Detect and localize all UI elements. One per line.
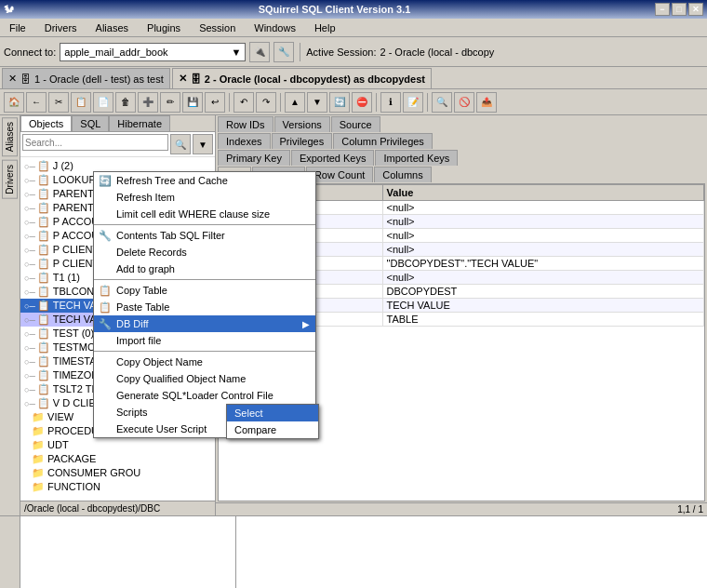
tab-indexes[interactable]: Indexes <box>218 133 271 149</box>
session-tab-2[interactable]: ✕ 🗄 2 - Oracle (local - dbcopydest) as d… <box>172 68 432 88</box>
ctx-add-graph[interactable]: Add to graph <box>94 261 315 277</box>
sidebar-aliases[interactable]: Aliases <box>2 117 18 156</box>
context-menu: 🔄 Refresh Tree and Cache Refresh Item Li… <box>93 171 316 438</box>
tb-info[interactable]: ℹ <box>380 92 401 113</box>
connect-label: Connect to: <box>4 47 56 58</box>
tb-edit[interactable]: ✏ <box>160 92 180 113</box>
tb-up[interactable]: ▲ <box>285 92 305 113</box>
tree-item-function[interactable]: 📁 FUNCTION <box>20 480 215 494</box>
refresh-tree-icon: 🔄 <box>98 174 113 187</box>
tree-item-consumer[interactable]: 📁 CONSUMER GROU <box>20 466 215 480</box>
right-tabs-row2: Indexes Privileges Column Privileges <box>216 132 707 149</box>
tab-colprivileges[interactable]: Column Privileges <box>333 133 433 149</box>
tb-delete[interactable]: 🗑 <box>115 92 136 113</box>
window-controls[interactable]: − □ ✕ <box>655 3 703 16</box>
ctx-delete-records[interactable]: Delete Records <box>94 244 315 261</box>
left-sidebar: Aliases Drivers <box>0 115 20 515</box>
app-icon: 🐿 <box>4 4 14 15</box>
prop-value: TABLE <box>382 313 703 327</box>
tab-hibernate[interactable]: Hibernate <box>109 115 170 131</box>
tb-script[interactable]: 📝 <box>403 92 423 113</box>
submenu-select[interactable]: Select <box>227 405 318 421</box>
tab-exportedkeys[interactable]: Exported Keys <box>291 150 375 166</box>
tb-copy[interactable]: 📋 <box>71 92 91 113</box>
tb-filter[interactable]: 🔍 <box>432 92 452 113</box>
tab-importedkeys[interactable]: Imported Keys <box>375 150 458 166</box>
tb-undo[interactable]: ↶ <box>233 92 254 113</box>
search-button[interactable]: 🔍 <box>170 134 191 154</box>
ctx-copy-obj-name[interactable]: Copy Object Name <box>94 354 315 370</box>
tb-clear[interactable]: 🚫 <box>454 92 474 113</box>
tree-search-input[interactable] <box>22 134 168 151</box>
sidebar-drivers[interactable]: Drivers <box>2 160 18 199</box>
menu-session[interactable]: Session <box>193 20 241 35</box>
tb-refresh[interactable]: 🔄 <box>329 92 350 113</box>
prop-value: <null> <box>382 215 703 229</box>
menu-bar: File Drivers Aliases Plugins Session Win… <box>0 19 707 37</box>
tree-item-package[interactable]: 📁 PACKAGE <box>20 452 215 466</box>
filter-button[interactable]: ▼ <box>193 134 213 154</box>
tb-paste[interactable]: 📄 <box>93 92 113 113</box>
session-tab-1[interactable]: ✕ 🗄 1 - Oracle (dell - test) as test <box>2 68 170 88</box>
bottom-left-panel <box>20 516 236 588</box>
tab-source[interactable]: Source <box>331 116 380 132</box>
col-value: Value <box>382 185 703 201</box>
close-button[interactable]: ✕ <box>688 3 703 16</box>
ctx-limit-cell[interactable]: Limit cell edit WHERE clause size <box>94 206 315 222</box>
filter-icon: 🔧 <box>98 229 113 242</box>
ctx-refresh-item[interactable]: Refresh Item <box>94 189 315 206</box>
secondary-toolbar: 🏠 ← ✂ 📋 📄 🗑 ➕ ✏ 💾 ↩ ↶ ↷ ▲ ▼ 🔄 ⛔ ℹ 📝 🔍 🚫 … <box>0 89 707 115</box>
ctx-copy-table[interactable]: 📋 Copy Table <box>94 282 315 299</box>
ctx-db-diff[interactable]: 🔧 DB Diff ▶ <box>94 315 315 332</box>
sep-2 <box>229 93 230 112</box>
tab-primarykey[interactable]: Primary Key <box>218 150 290 166</box>
tb-cut[interactable]: ✂ <box>48 92 69 113</box>
tb-down[interactable]: ▼ <box>307 92 327 113</box>
ctx-sep-2 <box>94 279 315 280</box>
db-diff-submenu: Select Compare <box>226 404 319 439</box>
submenu-compare[interactable]: Compare <box>227 421 318 438</box>
ctx-copy-qualified[interactable]: Copy Qualified Object Name <box>94 370 315 387</box>
tree-item-udt[interactable]: 📁 UDT <box>20 438 215 452</box>
tree-search-bar: 🔍 ▼ <box>20 132 215 157</box>
menu-plugins[interactable]: Plugins <box>141 20 186 35</box>
menu-file[interactable]: File <box>4 20 32 35</box>
tb-add[interactable]: ➕ <box>138 92 158 113</box>
toolbar-btn-2[interactable]: 🔧 <box>273 42 294 62</box>
ctx-generate-sql[interactable]: Generate SQL*Loader Control File <box>94 387 315 404</box>
tab-rowids[interactable]: Row IDs <box>218 116 273 132</box>
paste-table-icon: 📋 <box>98 301 113 314</box>
tb-save[interactable]: 💾 <box>182 92 203 113</box>
minimize-button[interactable]: − <box>655 3 670 16</box>
position-status: 1,1 / 1 <box>216 502 707 515</box>
menu-help[interactable]: Help <box>309 20 341 35</box>
session-value: 2 - Oracle (local - dbcopy <box>380 47 494 58</box>
tab-versions[interactable]: Versions <box>274 116 330 132</box>
maximize-button[interactable]: □ <box>672 3 687 16</box>
tb-redo[interactable]: ↷ <box>256 92 276 113</box>
tab-sql[interactable]: SQL <box>72 115 109 131</box>
connect-dropdown[interactable]: apple_mail_addr_book ▼ <box>60 43 246 61</box>
tab-columns[interactable]: Columns <box>374 167 431 182</box>
tb-stop[interactable]: ⛔ <box>352 92 372 113</box>
close-icon-2[interactable]: ✕ <box>179 73 187 85</box>
ctx-refresh-tree[interactable]: 🔄 Refresh Tree and Cache <box>94 172 315 189</box>
right-tabs-row1: Row IDs Versions Source <box>216 115 707 132</box>
menu-aliases[interactable]: Aliases <box>90 20 134 35</box>
close-icon-1[interactable]: ✕ <box>8 73 17 85</box>
tb-export[interactable]: 📤 <box>476 92 497 113</box>
refresh-item-icon <box>98 191 113 204</box>
ctx-contents-filter[interactable]: 🔧 Contents Tab SQL Filter <box>94 227 315 244</box>
tb-home[interactable]: 🏠 <box>4 92 24 113</box>
main-toolbar: Connect to: apple_mail_addr_book ▼ 🔌 🔧 A… <box>0 37 707 67</box>
menu-windows[interactable]: Windows <box>248 20 301 35</box>
tab-privileges[interactable]: Privileges <box>272 133 333 149</box>
menu-drivers[interactable]: Drivers <box>39 20 83 35</box>
ctx-paste-table[interactable]: 📋 Paste Table <box>94 299 315 315</box>
tb-revert[interactable]: ↩ <box>205 92 225 113</box>
tab-objects[interactable]: Objects <box>20 115 72 131</box>
bottom-area <box>0 515 707 588</box>
tb-back[interactable]: ← <box>26 92 47 113</box>
connect-button[interactable]: 🔌 <box>249 42 270 62</box>
ctx-import-file[interactable]: Import file <box>94 332 315 349</box>
